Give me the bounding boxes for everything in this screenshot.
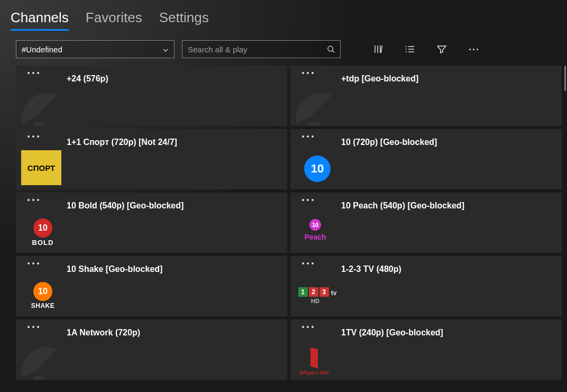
scrollbar-thumb[interactable] — [564, 66, 566, 91]
tile-menu-button[interactable] — [300, 259, 316, 268]
tile-menu-button[interactable] — [25, 132, 41, 141]
tile-menu-button[interactable] — [300, 323, 316, 331]
svg-line-1 — [332, 51, 334, 53]
tile-menu-button[interactable] — [300, 196, 316, 204]
channel-tile[interactable]: 123tv HD 1-2-3 TV (480p) — [290, 256, 562, 316]
channel-title: 10 Shake [Geo-blocked] — [67, 265, 162, 316]
channel-title: 10 Bold (540p) [Geo-blocked] — [67, 201, 184, 253]
svg-point-6 — [406, 46, 407, 47]
tab-channels[interactable]: Channels — [11, 10, 69, 31]
channel-tile[interactable]: პირველი არხი 1TV (240p) [Geo-blocked] — [290, 320, 562, 380]
channel-logo: 10 BOLD — [21, 214, 65, 251]
svg-point-10 — [406, 51, 407, 52]
search-icon — [327, 45, 335, 53]
view-list-button[interactable] — [398, 40, 422, 58]
search-box[interactable] — [182, 40, 341, 58]
channel-logo: СПОРТ — [21, 150, 61, 185]
channel-tile[interactable]: 1A Network (720p) — [16, 320, 287, 380]
channel-title: 10 (720p) [Geo-blocked] — [341, 138, 437, 189]
svg-line-5 — [381, 45, 382, 53]
channel-logo: 10 — [296, 150, 339, 187]
channel-title: 1-2-3 TV (480p) — [341, 265, 401, 316]
channel-logo: პირველი არხი — [292, 343, 336, 380]
tile-menu-button[interactable] — [25, 259, 41, 268]
tab-bar: Channels Favorites Settings — [0, 0, 567, 36]
tile-menu-button[interactable] — [300, 69, 316, 77]
channel-tile[interactable]: СПОРТ 1+1 Спорт (720p) [Not 24/7] — [16, 129, 287, 189]
channel-title: 1TV (240p) [Geo-blocked] — [341, 328, 443, 380]
category-dropdown[interactable]: #Undefined — [16, 40, 175, 58]
chevron-down-icon — [162, 46, 169, 52]
search-input[interactable] — [188, 45, 327, 54]
filter-button[interactable] — [429, 40, 454, 58]
channel-title: 1A Network (720p) — [67, 328, 140, 380]
dropdown-value: #Undefined — [22, 45, 62, 54]
channel-tile[interactable]: +tdp [Geo-blocked] — [290, 66, 562, 126]
view-columns-button[interactable] — [366, 40, 390, 58]
tile-menu-button[interactable] — [300, 132, 316, 141]
channel-tile[interactable]: 10 Peach 10 Peach (540p) [Geo-blocked] — [290, 193, 562, 253]
channel-tile[interactable]: 10 SHAKE 10 Shake [Geo-blocked] — [16, 256, 287, 316]
tile-menu-button[interactable] — [25, 69, 41, 77]
toolbar: #Undefined — [0, 36, 567, 66]
channel-grid-container: +24 (576p) +tdp [Geo-blocked] СПОРТ 1+1 … — [0, 66, 567, 384]
tile-menu-button[interactable] — [25, 323, 41, 331]
channel-tile[interactable]: 10 10 (720p) [Geo-blocked] — [290, 129, 562, 189]
channel-title: 10 Peach (540p) [Geo-blocked] — [341, 201, 464, 253]
channel-grid: +24 (576p) +tdp [Geo-blocked] СПОРТ 1+1 … — [16, 66, 562, 380]
channel-title: 1+1 Спорт (720p) [Not 24/7] — [67, 138, 177, 189]
svg-point-0 — [328, 46, 333, 51]
tab-favorites[interactable]: Favorites — [86, 10, 142, 31]
ellipsis-icon — [469, 49, 478, 50]
tab-settings[interactable]: Settings — [159, 10, 209, 31]
svg-point-8 — [406, 49, 407, 50]
channel-title: +tdp [Geo-blocked] — [341, 74, 418, 126]
channel-logo: 10 SHAKE — [21, 277, 65, 314]
channel-tile[interactable]: +24 (576p) — [16, 66, 287, 126]
channel-logo: 123tv HD — [296, 277, 339, 314]
channel-logo: 10 Peach — [294, 212, 337, 249]
tile-menu-button[interactable] — [25, 196, 41, 204]
more-button[interactable] — [461, 40, 486, 58]
channel-tile[interactable]: 10 BOLD 10 Bold (540p) [Geo-blocked] — [16, 193, 287, 253]
